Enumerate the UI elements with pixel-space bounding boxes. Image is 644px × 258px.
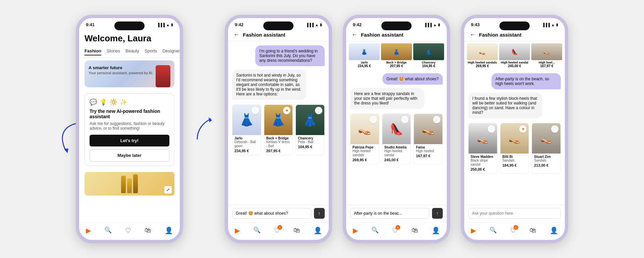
bottle-1 [121, 176, 126, 193]
product-price-1: 234,95 € [234, 149, 259, 153]
user-msg-3: Great! 🤩 what about shoes? [382, 73, 443, 85]
heart-btn-3[interactable]: ♡ [315, 107, 322, 114]
shoe-card-3[interactable]: 👡 ♡ Faina High heeled 167,97 € [414, 114, 443, 164]
nav-search-2[interactable]: 🔍 [253, 226, 261, 234]
back-button-3[interactable]: ← [352, 31, 358, 38]
back-button-2[interactable]: ← [233, 31, 239, 38]
send-button-2[interactable]: ↑ [314, 208, 325, 219]
top-product-3-3[interactable]: 👗 Chancery 104,95 € [413, 43, 444, 68]
tab-stories[interactable]: Stories [107, 48, 120, 55]
phone-4: 9:43 ▐▐▐ ▲ ▮ ← Fashion assistant 👡 [461, 15, 568, 243]
home-title: Welcome, Laura [79, 29, 180, 46]
ai-icon-lamp: 🔆 [110, 98, 117, 106]
heart-btn-1[interactable]: ♡ [252, 107, 259, 114]
product-card-1[interactable]: 👗 ♡ Jarlo Deborah - Ball gown 234,95 € [232, 104, 261, 155]
phone-1-statusbar: 9:41 ▐▐▐ ▲ ▮ [79, 18, 180, 29]
flat-shoe-card-2[interactable]: 👡 ♥ Billi Bi Sandals 184,95 € [500, 123, 529, 174]
nav-wishlist[interactable]: ♡ [125, 226, 131, 234]
phone-4-island [499, 22, 530, 30]
nav-profile-3[interactable]: 👤 [432, 226, 440, 234]
hero-text: A smarter future Your personal assistant… [89, 65, 156, 75]
product-card-3[interactable]: 👗 ♡ Chancery Peta - Ball 104,95 € [296, 104, 325, 155]
home-nav-tabs[interactable]: Fashion Stories Beauty Sports Designer [79, 46, 180, 58]
shoe-card-1[interactable]: 👡 ♡ Patrizia Pepe High heeled sandals 26… [350, 114, 379, 164]
phone-2-statusbar: 9:42 ▐▐▐ ▲ ▮ [228, 18, 329, 29]
flat-shoe-card-1[interactable]: 👡 ♡ Steve Madden Black stripe sandal 250… [468, 123, 497, 174]
product-grid-4: 👡 ♡ Steve Madden Black stripe sandal 250… [468, 123, 561, 174]
nav-profile-2[interactable]: 👤 [314, 226, 322, 234]
bottle-3 [133, 174, 138, 193]
nav-profile[interactable]: 👤 [165, 226, 173, 234]
product-price-2: 207,95 € [266, 149, 291, 153]
top-product-3-1[interactable]: 👗 Jarlo 234,95 € [349, 43, 380, 68]
heart-flat-1[interactable]: ♡ [488, 125, 495, 133]
back-button-4[interactable]: ← [470, 31, 476, 38]
phone-1-content: Welcome, Laura Fashion Stories Beauty Sp… [79, 29, 180, 223]
nav-wishlist-3[interactable]: ♡1 [392, 226, 398, 234]
nav-search-4[interactable]: 🔍 [489, 226, 497, 234]
tab-sports[interactable]: Sports [145, 48, 157, 55]
nav-bag[interactable]: 🛍 [145, 226, 151, 234]
nav-profile-4[interactable]: 👤 [550, 226, 558, 234]
flat-shoe-card-3[interactable]: 👡 ♡ Stuart Zim Sandals 213,00 € [532, 123, 561, 174]
phone-1-time: 9:41 [86, 22, 95, 27]
bot-msg-4: I found a few stylish block-heels that w… [468, 93, 542, 118]
nav-search-3[interactable]: 🔍 [371, 226, 379, 234]
heart-flat-3[interactable]: ♡ [551, 125, 558, 133]
maybe-later-button[interactable]: Maybe later [90, 149, 169, 162]
chat-messages-2: I'm going to a friend's wedding in Santo… [228, 41, 329, 205]
bot-msg-4-text: I found a few stylish block-heels that w… [472, 96, 537, 115]
tab-beauty[interactable]: Beauty [125, 48, 139, 55]
ai-icons-row: 💬 💡 🔆 ✨ [90, 98, 169, 106]
phone-3-content: ← Fashion assistant 👗 Jarlo 234,95 € 👗 B… [346, 29, 447, 223]
chat-input-3[interactable] [350, 208, 429, 219]
nav-search[interactable]: 🔍 [104, 226, 112, 234]
phone-3-status-icons: ▐▐▐ ▲ ▮ [424, 23, 440, 27]
top-product-3-2[interactable]: 👗 Beck + Bridge 207,95 € [381, 43, 412, 68]
battery-icon: ▮ [320, 23, 322, 27]
wifi-icon: ▲ [315, 23, 319, 27]
nav-play-3[interactable]: ▶ [353, 226, 358, 234]
nav-bag-4[interactable]: 🛍 [530, 226, 536, 234]
nav-bag-3[interactable]: 🛍 [412, 226, 418, 234]
bot-msg-1: Santorini is hot and windy in July, so I… [232, 70, 306, 100]
nav-wishlist-4[interactable]: ♡2 [510, 226, 516, 234]
lets-try-button[interactable]: Let's try! [90, 135, 169, 146]
share-icon[interactable]: ⤢ [164, 186, 172, 194]
top-product-4-2[interactable]: 👠 High heeled sandal 245,00 € [499, 43, 530, 68]
nav-play[interactable]: ▶ [86, 226, 91, 234]
product-info-1: Jarlo Deborah - Ball gown 234,95 € [232, 135, 261, 155]
nav-bag-2[interactable]: 🛍 [293, 226, 300, 234]
wifi-icon: ▲ [433, 23, 437, 27]
flat-shoe-info-1: Steve Madden Black stripe sandal 250,00 … [469, 154, 497, 173]
wishlist-badge-2: 1 [277, 225, 282, 230]
shoe-info-3: Faina High heeled 167,97 € [414, 144, 442, 160]
heart-shoe-1[interactable]: ♡ [370, 116, 377, 123]
hero-title: A smarter future [89, 65, 156, 70]
chat-input-2[interactable] [232, 208, 311, 219]
nav-wishlist-2[interactable]: ♡1 [274, 226, 280, 234]
tab-designer[interactable]: Designer [162, 48, 180, 55]
shoe-info-2: Studio Amelia High heeled sandal 245,00 … [382, 144, 411, 164]
nav-play-4[interactable]: ▶ [471, 226, 476, 234]
shoe-card-2[interactable]: 👠 ♡ Studio Amelia High heeled sandal 245… [382, 114, 411, 164]
chat-input-4[interactable] [468, 208, 561, 219]
tab-fashion[interactable]: Fashion [85, 48, 101, 55]
arrow-1-2 [194, 116, 214, 142]
heart-shoe-3[interactable]: ♡ [433, 116, 440, 123]
phone-2-time: 9:42 [235, 22, 244, 27]
home-bottom-strip: ⤢ [85, 172, 174, 196]
phones-container: 9:41 ▐▐▐ ▲ ▮ Welcome, Laura Fashion Stor… [76, 15, 568, 243]
product-card-2[interactable]: 👗 ♥ Beck + Bridge Kehlani V dress - Ball… [264, 104, 293, 155]
top-product-4-1[interactable]: 👡 High heeled sandals 269,95 € [467, 43, 498, 68]
top-product-4-3[interactable]: 👡 High heel... 167,97 € [531, 43, 562, 68]
send-button-3[interactable]: ↑ [432, 208, 443, 219]
top-products-3: 👗 Jarlo 234,95 € 👗 Beck + Bridge 207,95 … [346, 41, 447, 68]
phone-4-content: ← Fashion assistant 👡 High heeled sandal… [464, 29, 565, 223]
chat-header-4: ← Fashion assistant [464, 29, 565, 41]
product-name-1: Deborah - Ball gown [234, 140, 259, 148]
top-products-4: 👡 High heeled sandals 269,95 € 👠 High he… [464, 41, 565, 68]
nav-play-2[interactable]: ▶ [235, 226, 240, 234]
chat-input-row-2: ↑ [228, 205, 329, 223]
phone-3-bottom-nav: ▶ 🔍 ♡1 🛍 👤 [346, 223, 447, 240]
